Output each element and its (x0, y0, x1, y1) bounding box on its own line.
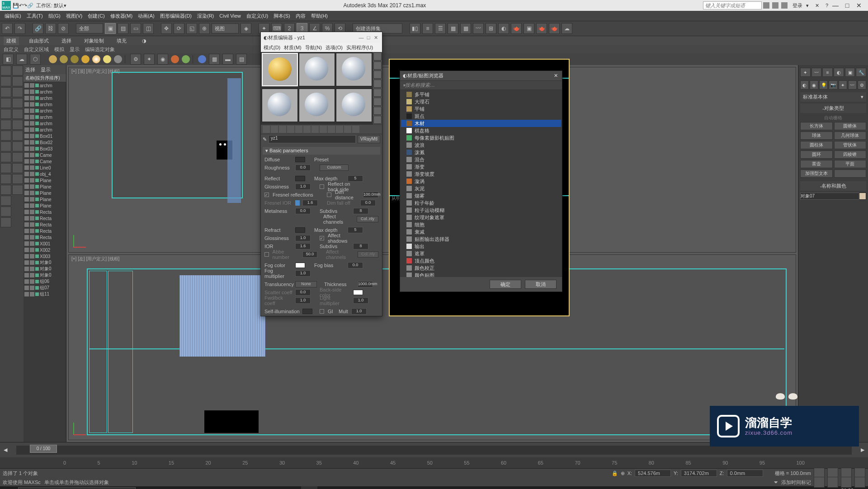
type-cloud-icon[interactable]: ☁ (16, 54, 27, 65)
mb-item[interactable]: 每像素摄影机贴图 (401, 134, 561, 141)
app-icon[interactable]: 🎨 (247, 486, 263, 489)
scene-item[interactable]: obj_4 (24, 171, 66, 177)
app-icon[interactable]: 🎨 (229, 486, 245, 489)
me-title-bar[interactable]: ◐ 材质编辑器 - yz1 — □ ✕ (261, 32, 382, 43)
lt-icon[interactable] (0, 109, 11, 119)
me-side-icon[interactable] (373, 71, 382, 79)
cortana-icon[interactable]: ○ (138, 486, 155, 489)
menu-help[interactable]: 帮助(H) (309, 13, 330, 19)
time-tag-icon[interactable]: ⏷ (774, 480, 778, 485)
me-tb-icon[interactable] (320, 126, 327, 133)
coord-y[interactable]: 3174.702m (681, 470, 717, 477)
me-tb-icon[interactable] (279, 126, 286, 133)
scene-item[interactable]: archm (24, 108, 66, 114)
me-menu-material[interactable]: 材质(M) (284, 44, 302, 51)
layer-icon[interactable]: ☰ (435, 23, 446, 34)
link-icon[interactable]: 🔗 (33, 23, 43, 34)
nav2-icon[interactable] (854, 477, 865, 488)
lt-icon[interactable] (0, 76, 11, 86)
scene-item[interactable]: archm (24, 101, 66, 108)
exchange-icon[interactable]: ✕ (815, 3, 819, 9)
qat-undo-icon[interactable]: ↶ (19, 3, 23, 9)
me-side-icon[interactable] (373, 107, 382, 115)
mb-item[interactable]: 木材 (401, 120, 561, 127)
me-tb-icon[interactable] (352, 126, 359, 133)
scene-item[interactable]: Recta (24, 221, 66, 228)
star-icon[interactable] (772, 2, 778, 9)
tab-objpaint[interactable]: 对象绘制 (81, 37, 107, 45)
cloud-icon[interactable]: ☁ (561, 23, 572, 34)
app-icon[interactable]: 📝 (265, 486, 281, 489)
cp-create-icon[interactable]: ✦ (800, 68, 811, 77)
me-side-icon[interactable] (373, 61, 382, 70)
infocenter-icon[interactable] (763, 2, 769, 9)
mb-item[interactable]: 波浪 (401, 141, 561, 149)
pick-icon[interactable]: ✎ (263, 136, 267, 142)
mb-item[interactable]: 输出 (401, 243, 561, 250)
scene-item[interactable]: 组07 (24, 285, 66, 291)
menu-graph[interactable]: 图形编辑器(D) (158, 13, 193, 19)
fresnel-check[interactable] (264, 193, 269, 197)
mb-item[interactable]: 贴图输出选择器 (401, 235, 561, 243)
me-menu-utilities[interactable]: 实用程序(U) (346, 44, 373, 51)
maximize-button[interactable]: □ (844, 2, 851, 9)
type-shapes-icon[interactable]: ⬡ (30, 54, 41, 65)
sec-basic-params[interactable]: ▾ Basic parameters (263, 147, 380, 155)
menu-create[interactable]: 创建(C) (86, 13, 106, 19)
scene-item[interactable]: archm (24, 127, 66, 133)
me-side-icon[interactable] (373, 89, 382, 97)
sphere-blue-icon[interactable] (198, 55, 206, 63)
scene-item[interactable]: Box03 (24, 146, 66, 152)
bind-icon[interactable]: ⊘ (58, 23, 69, 34)
gloss-spinner[interactable]: 1.0 (295, 183, 311, 190)
scene-item[interactable]: archm (24, 82, 66, 89)
mb-item[interactable]: 渐变坡度 (401, 170, 561, 178)
mb-item[interactable]: 漩涡 (401, 178, 561, 185)
dimdist-check[interactable] (327, 193, 331, 197)
help-search-input[interactable] (703, 1, 762, 9)
cp-cat-helpers-icon[interactable]: ✦ (839, 80, 847, 89)
se-select-tab[interactable]: 选择 (25, 66, 35, 73)
cp-cat-space-icon[interactable]: 〰 (848, 80, 857, 89)
me-tb-icon[interactable] (295, 126, 302, 133)
scene-item[interactable]: X002 (24, 247, 66, 253)
material-type-button[interactable]: VRayMtl (358, 135, 380, 143)
scene-item[interactable]: Came (24, 152, 66, 158)
mb-item[interactable]: 渐变 (401, 163, 561, 170)
scene-item[interactable]: Recta (24, 234, 66, 240)
ior-spinner[interactable]: 1.6 (295, 243, 311, 249)
scene-list[interactable]: archmarchmarchmarchmarchmarchmarchmarchm… (24, 82, 66, 442)
mb-close-button[interactable]: ✕ (552, 73, 559, 79)
object-name-input[interactable] (800, 193, 859, 200)
me-tb-icon[interactable] (263, 126, 270, 133)
lt-icon[interactable] (0, 207, 11, 216)
maxdepth-spinner[interactable]: 5 (348, 175, 363, 182)
cp-cat-cameras-icon[interactable]: 📷 (829, 80, 837, 89)
scene-item[interactable]: Plane (24, 177, 66, 183)
material-editor-icon[interactable]: ◐ (498, 23, 509, 34)
me-menu-options[interactable]: 选项(O) (326, 44, 343, 51)
me-slot-3[interactable] (336, 53, 372, 86)
obj-misc3-icon[interactable]: ◉ (157, 54, 168, 65)
lt-icon[interactable] (0, 163, 11, 173)
scene-item[interactable]: archm (24, 95, 66, 101)
material-name-input[interactable]: yz1 (269, 135, 356, 143)
object-type-button[interactable]: 平面 (834, 160, 867, 168)
mb-item[interactable]: 衰减 (401, 228, 561, 235)
lt-icon[interactable] (0, 152, 11, 162)
lt-icon[interactable] (0, 174, 11, 184)
roughness-spinner[interactable]: 0.0 (295, 165, 311, 171)
me-slot-2[interactable] (299, 53, 335, 86)
me-menu-mode[interactable]: 模式(D) (264, 44, 280, 51)
metalness-spinner[interactable]: 0.0 (295, 208, 311, 214)
select-icon[interactable]: ▣ (105, 23, 116, 34)
object-type-button[interactable]: 圆环 (800, 150, 833, 159)
tab-modeling[interactable]: 建模 (4, 37, 19, 45)
lt2-icon[interactable] (12, 141, 23, 151)
menu-group[interactable]: 组(G) (47, 13, 62, 19)
scene-item[interactable]: Plane (24, 202, 66, 209)
rect-select-icon[interactable]: ▭ (130, 23, 141, 34)
taskview-icon[interactable]: ⊞ (156, 486, 173, 489)
me-slot-6[interactable] (336, 89, 372, 122)
cp-utilities-icon[interactable]: 🔧 (856, 68, 866, 77)
